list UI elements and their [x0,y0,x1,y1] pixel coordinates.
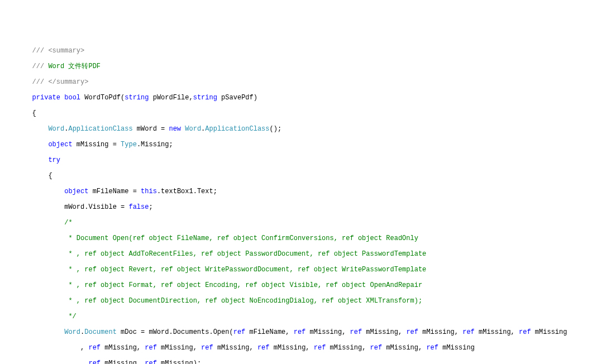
code-line: , ref mMissing, ref mMissing, ref mMissi… [0,344,616,352]
code-line: Word.ApplicationClass mWord = new Word.A… [0,125,616,133]
code-line: * Document Open(ref object FileName, ref… [0,234,616,242]
code-line: * , ref object Format, ref object Encodi… [0,281,616,289]
code-line: * , ref object AddToRecentFiles, ref obj… [0,250,616,258]
code-line: private bool WordToPdf(string pWordFile,… [0,94,616,102]
code-line: /// </summary> [0,78,616,86]
code-line: object mFileName = this.textBox1.Text; [0,188,616,195]
code-line: * , ref object Revert, ref object WriteP… [0,266,616,274]
code-line: , ref mMissing, ref mMissing); [0,360,616,364]
code-line: object mMissing = Type.Missing; [0,141,616,149]
code-line: /// <summary> [0,47,616,55]
code-line: try [0,156,616,164]
code-editor[interactable]: /// <summary> /// Word 文件转PDF /// </summ… [0,39,616,364]
code-line: mWord.Visible = false; [0,203,616,211]
code-line: * , ref object DocumentDirection, ref ob… [0,297,616,305]
code-line: Word.Document mDoc = mWord.Documents.Ope… [0,328,616,336]
code-line: /// Word 文件转PDF [0,63,616,70]
code-line: { [0,172,616,180]
code-line: /* [0,219,616,227]
code-line: */ [0,313,616,320]
code-line: { [0,109,616,117]
